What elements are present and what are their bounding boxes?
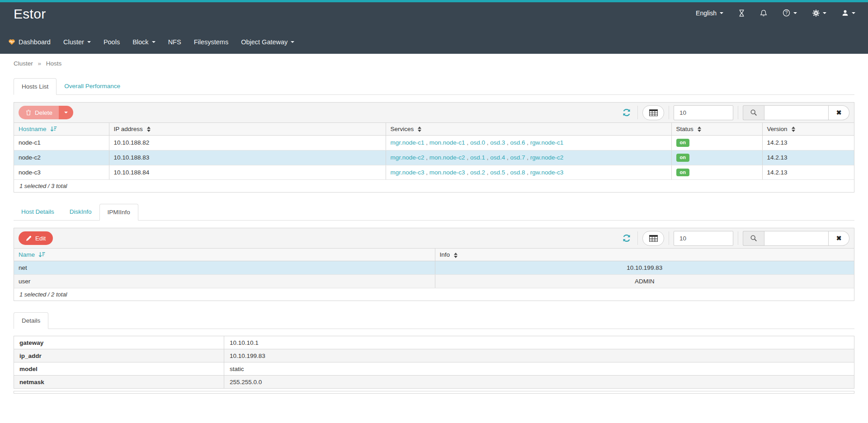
main-nav: DashboardClusterPoolsBlockNFSFilesystems… [0, 30, 868, 54]
hosts-search-input[interactable] [764, 105, 829, 120]
tab-diskinfo[interactable]: DiskInfo [62, 204, 99, 221]
bell-icon [760, 9, 767, 17]
service-link-mgr-node-c1[interactable]: mgr.node-c1 [391, 139, 425, 146]
ipmi-row-net[interactable]: net10.10.199.83 [14, 261, 854, 275]
service-link-osd-5[interactable]: osd.5 [490, 169, 505, 176]
col-label: Status [676, 126, 693, 132]
details-row-gateway: gateway10.10.10.1 [14, 336, 854, 349]
service-link-osd-8[interactable]: osd.8 [510, 169, 525, 176]
service-separator: , [505, 139, 510, 146]
task-queue-button[interactable] [739, 9, 745, 17]
ipmi-search-clear-button[interactable]: ✖ [829, 231, 849, 246]
service-link-osd-6[interactable]: osd.6 [510, 139, 525, 146]
service-link-mgr-node-c2[interactable]: mgr.node-c2 [391, 154, 425, 161]
hosts-table: Hostname IP address Services Status Vers… [14, 122, 854, 180]
service-separator: , [485, 169, 490, 176]
ipmi-search-input[interactable] [764, 231, 829, 246]
nav-item-filesystems[interactable]: Filesystems [188, 33, 235, 51]
language-menu[interactable]: English [696, 9, 723, 17]
service-link-osd-0[interactable]: osd.0 [470, 139, 485, 146]
nav-item-cluster[interactable]: Cluster [57, 33, 97, 51]
nav-item-nfs[interactable]: NFS [162, 33, 188, 51]
user-menu[interactable] [842, 9, 855, 16]
hostname-cell: node-c1 [14, 136, 109, 150]
help-menu[interactable]: ? [783, 9, 797, 17]
hosts-page-size-input[interactable] [674, 105, 733, 120]
col-header-info[interactable]: Info [435, 249, 854, 261]
tab-hosts-list[interactable]: Hosts List [14, 78, 57, 95]
hosts-toolbar: Delete ✖ [14, 103, 854, 122]
ipmi-search-group: ✖ [743, 231, 849, 246]
host-detail-tabs: Host Details DiskInfo IPMIInfo [14, 204, 854, 221]
tab-details[interactable]: Details [14, 312, 48, 329]
nav-item-label: Pools [104, 38, 120, 46]
edit-button-label: Edit [35, 235, 46, 242]
nav-item-dashboard[interactable]: Dashboard [8, 33, 57, 51]
nav-item-object-gateway[interactable]: Object Gateway [235, 33, 301, 51]
service-link-rgw-node-c1[interactable]: rgw.node-c1 [530, 139, 564, 146]
service-link-osd-3[interactable]: osd.3 [490, 139, 505, 146]
caret-down-icon [291, 41, 294, 43]
ipmi-refresh-button[interactable] [620, 234, 633, 243]
service-separator: , [525, 139, 530, 146]
nav-item-pools[interactable]: Pools [97, 33, 126, 51]
host-row-node-c3[interactable]: node-c310.10.188.84mgr.node-c3 , mon.nod… [14, 165, 854, 180]
settings-menu[interactable] [812, 9, 826, 17]
hosts-search-clear-button[interactable]: ✖ [829, 105, 849, 120]
host-row-node-c1[interactable]: node-c110.10.188.82mgr.node-c1 , mon.nod… [14, 136, 854, 150]
col-header-status[interactable]: Status [671, 123, 762, 136]
delete-button[interactable]: Delete [19, 106, 73, 119]
col-header-ip-address[interactable]: IP address [109, 123, 386, 136]
tab-host-details[interactable]: Host Details [14, 204, 62, 221]
hosts-refresh-button[interactable] [620, 108, 633, 117]
version-cell: 14.2.13 [762, 136, 854, 150]
col-header-name[interactable]: Name [14, 249, 435, 261]
col-header-hostname[interactable]: Hostname [14, 123, 109, 136]
breadcrumb-cluster[interactable]: Cluster [14, 60, 33, 67]
notifications-button[interactable] [760, 9, 767, 17]
heartbeat-icon [8, 39, 15, 45]
ipmi-page-size-input[interactable] [674, 231, 733, 246]
search-addon [743, 231, 764, 246]
hosts-table-footer: 1 selected / 3 total [14, 180, 854, 192]
service-link-mon-node-c2[interactable]: mon.node-c2 [429, 154, 465, 161]
delete-button-main[interactable]: Delete [19, 106, 59, 119]
detail-value-cell: 255.255.0.0 [224, 376, 854, 389]
ipmi-row-user[interactable]: userADMIN [14, 275, 854, 288]
service-link-mon-node-c3[interactable]: mon.node-c3 [429, 169, 465, 176]
brand-row: Estor English ? [0, 2, 868, 30]
top-navbar: Estor English ? [0, 0, 868, 54]
ipmi-column-toggle-button[interactable] [642, 231, 664, 246]
tab-overall-performance[interactable]: Overall Performance [57, 78, 128, 95]
service-link-osd-2[interactable]: osd.2 [470, 169, 485, 176]
breadcrumb-separator: » [38, 60, 42, 67]
col-label: Hostname [19, 126, 47, 132]
nav-item-label: Filesystems [194, 38, 229, 46]
service-separator: , [465, 154, 470, 161]
delete-dropdown-toggle[interactable] [59, 106, 73, 119]
sort-icon [698, 127, 701, 132]
details-row-netmask: netmask255.255.0.0 [14, 376, 854, 389]
breadcrumb-hosts: Hosts [46, 60, 62, 67]
search-addon [743, 105, 764, 120]
service-link-rgw-node-c3[interactable]: rgw.node-c3 [530, 169, 564, 176]
service-link-mgr-node-c3[interactable]: mgr.node-c3 [391, 169, 425, 176]
service-link-osd-7[interactable]: osd.7 [510, 154, 525, 161]
col-header-services[interactable]: Services [386, 123, 671, 136]
host-row-node-c2[interactable]: node-c210.10.188.83mgr.node-c2 , mon.nod… [14, 150, 854, 165]
top-controls: English ? [696, 5, 855, 17]
service-link-osd-1[interactable]: osd.1 [470, 154, 485, 161]
services-cell: mgr.node-c1 , mon.node-c1 , osd.0 , osd.… [386, 136, 671, 150]
service-link-osd-4[interactable]: osd.4 [490, 154, 505, 161]
service-link-rgw-node-c2[interactable]: rgw.node-c2 [530, 154, 564, 161]
nav-item-block[interactable]: Block [126, 33, 161, 51]
col-header-version[interactable]: Version [762, 123, 854, 136]
hosts-column-toggle-button[interactable] [642, 105, 664, 120]
services-cell: mgr.node-c2 , mon.node-c2 , osd.1 , osd.… [386, 150, 671, 165]
tab-ipmiinfo[interactable]: IPMIInfo [99, 204, 138, 221]
service-link-mon-node-c1[interactable]: mon.node-c1 [429, 139, 465, 146]
details-table-clipped-row [14, 391, 854, 394]
services-cell: mgr.node-c3 , mon.node-c3 , osd.2 , osd.… [386, 165, 671, 180]
edit-button[interactable]: Edit [19, 231, 53, 245]
info-cell: ADMIN [435, 275, 854, 288]
